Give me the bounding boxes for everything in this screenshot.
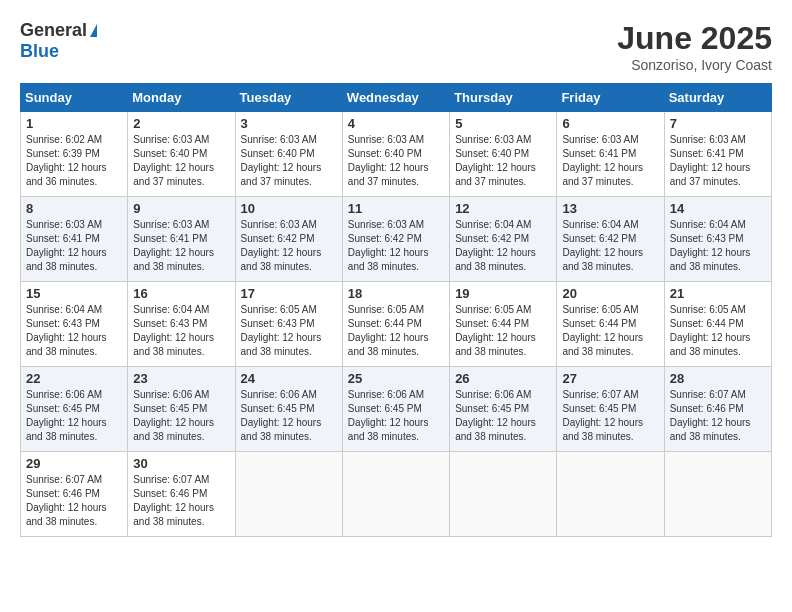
day-info: Sunrise: 6:02 AM Sunset: 6:39 PM Dayligh…	[26, 133, 122, 189]
day-info: Sunrise: 6:04 AM Sunset: 6:42 PM Dayligh…	[562, 218, 658, 274]
calendar-week-row: 8 Sunrise: 6:03 AM Sunset: 6:41 PM Dayli…	[21, 197, 772, 282]
calendar-cell: 15 Sunrise: 6:04 AM Sunset: 6:43 PM Dayl…	[21, 282, 128, 367]
day-number: 7	[670, 116, 766, 131]
logo-triangle-icon	[90, 24, 97, 37]
day-number: 13	[562, 201, 658, 216]
day-number: 10	[241, 201, 337, 216]
day-info: Sunrise: 6:03 AM Sunset: 6:41 PM Dayligh…	[670, 133, 766, 189]
calendar-cell	[342, 452, 449, 537]
day-number: 4	[348, 116, 444, 131]
calendar-cell: 21 Sunrise: 6:05 AM Sunset: 6:44 PM Dayl…	[664, 282, 771, 367]
logo: General Blue	[20, 20, 97, 62]
day-number: 18	[348, 286, 444, 301]
calendar-subtitle: Sonzoriso, Ivory Coast	[617, 57, 772, 73]
day-info: Sunrise: 6:03 AM Sunset: 6:40 PM Dayligh…	[133, 133, 229, 189]
day-number: 21	[670, 286, 766, 301]
calendar-cell: 29 Sunrise: 6:07 AM Sunset: 6:46 PM Dayl…	[21, 452, 128, 537]
calendar-title: June 2025	[617, 20, 772, 57]
day-info: Sunrise: 6:04 AM Sunset: 6:42 PM Dayligh…	[455, 218, 551, 274]
day-info: Sunrise: 6:05 AM Sunset: 6:44 PM Dayligh…	[455, 303, 551, 359]
header-wednesday: Wednesday	[342, 84, 449, 112]
calendar-cell: 14 Sunrise: 6:04 AM Sunset: 6:43 PM Dayl…	[664, 197, 771, 282]
page-header: General Blue June 2025 Sonzoriso, Ivory …	[20, 20, 772, 73]
calendar-cell: 25 Sunrise: 6:06 AM Sunset: 6:45 PM Dayl…	[342, 367, 449, 452]
calendar-week-row: 29 Sunrise: 6:07 AM Sunset: 6:46 PM Dayl…	[21, 452, 772, 537]
day-info: Sunrise: 6:07 AM Sunset: 6:46 PM Dayligh…	[26, 473, 122, 529]
calendar-cell: 16 Sunrise: 6:04 AM Sunset: 6:43 PM Dayl…	[128, 282, 235, 367]
day-info: Sunrise: 6:06 AM Sunset: 6:45 PM Dayligh…	[26, 388, 122, 444]
calendar-table: Sunday Monday Tuesday Wednesday Thursday…	[20, 83, 772, 537]
calendar-cell: 9 Sunrise: 6:03 AM Sunset: 6:41 PM Dayli…	[128, 197, 235, 282]
day-number: 28	[670, 371, 766, 386]
day-number: 1	[26, 116, 122, 131]
calendar-cell: 13 Sunrise: 6:04 AM Sunset: 6:42 PM Dayl…	[557, 197, 664, 282]
calendar-cell	[235, 452, 342, 537]
day-number: 15	[26, 286, 122, 301]
day-number: 20	[562, 286, 658, 301]
day-number: 16	[133, 286, 229, 301]
calendar-cell: 7 Sunrise: 6:03 AM Sunset: 6:41 PM Dayli…	[664, 112, 771, 197]
calendar-cell: 28 Sunrise: 6:07 AM Sunset: 6:46 PM Dayl…	[664, 367, 771, 452]
day-number: 22	[26, 371, 122, 386]
day-number: 14	[670, 201, 766, 216]
day-number: 9	[133, 201, 229, 216]
calendar-cell: 17 Sunrise: 6:05 AM Sunset: 6:43 PM Dayl…	[235, 282, 342, 367]
calendar-cell: 5 Sunrise: 6:03 AM Sunset: 6:40 PM Dayli…	[450, 112, 557, 197]
day-info: Sunrise: 6:03 AM Sunset: 6:40 PM Dayligh…	[455, 133, 551, 189]
day-info: Sunrise: 6:06 AM Sunset: 6:45 PM Dayligh…	[133, 388, 229, 444]
day-info: Sunrise: 6:07 AM Sunset: 6:46 PM Dayligh…	[670, 388, 766, 444]
day-number: 27	[562, 371, 658, 386]
header-thursday: Thursday	[450, 84, 557, 112]
calendar-cell: 11 Sunrise: 6:03 AM Sunset: 6:42 PM Dayl…	[342, 197, 449, 282]
calendar-cell: 12 Sunrise: 6:04 AM Sunset: 6:42 PM Dayl…	[450, 197, 557, 282]
calendar-cell	[664, 452, 771, 537]
calendar-cell	[450, 452, 557, 537]
header-tuesday: Tuesday	[235, 84, 342, 112]
calendar-week-row: 22 Sunrise: 6:06 AM Sunset: 6:45 PM Dayl…	[21, 367, 772, 452]
calendar-cell: 4 Sunrise: 6:03 AM Sunset: 6:40 PM Dayli…	[342, 112, 449, 197]
day-info: Sunrise: 6:03 AM Sunset: 6:41 PM Dayligh…	[562, 133, 658, 189]
calendar-cell: 10 Sunrise: 6:03 AM Sunset: 6:42 PM Dayl…	[235, 197, 342, 282]
calendar-cell: 26 Sunrise: 6:06 AM Sunset: 6:45 PM Dayl…	[450, 367, 557, 452]
day-number: 12	[455, 201, 551, 216]
day-info: Sunrise: 6:03 AM Sunset: 6:42 PM Dayligh…	[241, 218, 337, 274]
day-info: Sunrise: 6:03 AM Sunset: 6:42 PM Dayligh…	[348, 218, 444, 274]
day-info: Sunrise: 6:04 AM Sunset: 6:43 PM Dayligh…	[133, 303, 229, 359]
day-number: 6	[562, 116, 658, 131]
day-info: Sunrise: 6:03 AM Sunset: 6:40 PM Dayligh…	[348, 133, 444, 189]
day-info: Sunrise: 6:05 AM Sunset: 6:43 PM Dayligh…	[241, 303, 337, 359]
day-number: 11	[348, 201, 444, 216]
calendar-cell: 6 Sunrise: 6:03 AM Sunset: 6:41 PM Dayli…	[557, 112, 664, 197]
day-info: Sunrise: 6:06 AM Sunset: 6:45 PM Dayligh…	[455, 388, 551, 444]
day-number: 17	[241, 286, 337, 301]
day-info: Sunrise: 6:05 AM Sunset: 6:44 PM Dayligh…	[670, 303, 766, 359]
calendar-cell: 27 Sunrise: 6:07 AM Sunset: 6:45 PM Dayl…	[557, 367, 664, 452]
logo-general-text: General	[20, 20, 87, 41]
day-info: Sunrise: 6:06 AM Sunset: 6:45 PM Dayligh…	[348, 388, 444, 444]
day-info: Sunrise: 6:07 AM Sunset: 6:45 PM Dayligh…	[562, 388, 658, 444]
day-number: 2	[133, 116, 229, 131]
logo-blue-text: Blue	[20, 41, 59, 62]
day-number: 29	[26, 456, 122, 471]
calendar-cell: 24 Sunrise: 6:06 AM Sunset: 6:45 PM Dayl…	[235, 367, 342, 452]
header-saturday: Saturday	[664, 84, 771, 112]
day-info: Sunrise: 6:05 AM Sunset: 6:44 PM Dayligh…	[348, 303, 444, 359]
day-number: 30	[133, 456, 229, 471]
calendar-cell: 1 Sunrise: 6:02 AM Sunset: 6:39 PM Dayli…	[21, 112, 128, 197]
header-sunday: Sunday	[21, 84, 128, 112]
calendar-header-row: Sunday Monday Tuesday Wednesday Thursday…	[21, 84, 772, 112]
day-info: Sunrise: 6:03 AM Sunset: 6:41 PM Dayligh…	[26, 218, 122, 274]
calendar-week-row: 15 Sunrise: 6:04 AM Sunset: 6:43 PM Dayl…	[21, 282, 772, 367]
day-info: Sunrise: 6:03 AM Sunset: 6:41 PM Dayligh…	[133, 218, 229, 274]
day-number: 3	[241, 116, 337, 131]
day-info: Sunrise: 6:04 AM Sunset: 6:43 PM Dayligh…	[26, 303, 122, 359]
day-info: Sunrise: 6:03 AM Sunset: 6:40 PM Dayligh…	[241, 133, 337, 189]
calendar-week-row: 1 Sunrise: 6:02 AM Sunset: 6:39 PM Dayli…	[21, 112, 772, 197]
day-info: Sunrise: 6:04 AM Sunset: 6:43 PM Dayligh…	[670, 218, 766, 274]
calendar-cell: 23 Sunrise: 6:06 AM Sunset: 6:45 PM Dayl…	[128, 367, 235, 452]
day-number: 23	[133, 371, 229, 386]
day-number: 25	[348, 371, 444, 386]
header-friday: Friday	[557, 84, 664, 112]
calendar-cell: 2 Sunrise: 6:03 AM Sunset: 6:40 PM Dayli…	[128, 112, 235, 197]
day-info: Sunrise: 6:05 AM Sunset: 6:44 PM Dayligh…	[562, 303, 658, 359]
